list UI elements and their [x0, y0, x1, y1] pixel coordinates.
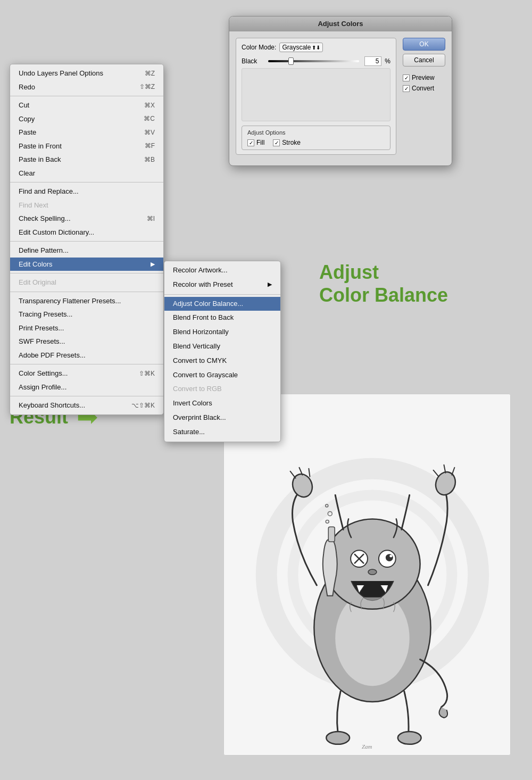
submenu-blend-vertically[interactable]: Blend Vertically: [164, 339, 280, 354]
fill-checkbox-row[interactable]: ✓ Fill: [247, 139, 264, 146]
submenu-overprint-black[interactable]: Overprint Black...: [164, 411, 280, 425]
adjust-options-section: Adjust Options ✓ Fill ✓ Stroke: [242, 126, 390, 150]
menu-item-redo[interactable]: Redo ⇧⌘Z: [10, 80, 163, 94]
menu-item-swf-presets[interactable]: SWF Presets...: [10, 335, 163, 348]
submenu-separator-1: [164, 294, 280, 295]
black-value[interactable]: 5: [364, 56, 381, 66]
menu-item-paste-front[interactable]: Paste in Front ⌘F: [10, 139, 163, 153]
pct-symbol: %: [385, 57, 390, 65]
recolor-preset-arrow-icon: ▶: [268, 280, 272, 289]
slider-thumb[interactable]: [288, 57, 294, 65]
separator-4: [10, 273, 163, 273]
menu-item-define-pattern[interactable]: Define Pattern...: [10, 244, 163, 258]
convert-label: Convert: [412, 85, 434, 92]
color-mode-section: Color Mode: Grayscale ⬆⬇ Black 5 %: [236, 38, 396, 155]
menu-item-paste-back[interactable]: Paste in Back ⌘B: [10, 153, 163, 167]
separator-5: [10, 292, 163, 292]
stroke-checkbox[interactable]: ✓: [273, 139, 280, 146]
menu-item-assign-profile[interactable]: Assign Profile...: [10, 380, 163, 394]
convert-checkbox[interactable]: ✓: [403, 85, 410, 92]
dialog-actions: OK Cancel ✓ Preview ✓ Convert: [403, 38, 445, 159]
fill-checkbox[interactable]: ✓: [247, 139, 254, 146]
menu-item-tracing-presets[interactable]: Tracing Presets...: [10, 308, 163, 321]
menu-item-transparency-presets[interactable]: Transparency Flattener Presets...: [10, 294, 163, 308]
edit-menu: Undo Layers Panel Options ⌘Z Redo ⇧⌘Z Cu…: [10, 64, 164, 415]
preview-checkbox-row[interactable]: ✓ Preview: [403, 74, 445, 81]
cancel-button[interactable]: Cancel: [403, 54, 445, 67]
menu-item-find-replace[interactable]: Find and Replace...: [10, 185, 163, 198]
menu-item-paste[interactable]: Paste ⌘V: [10, 126, 163, 139]
color-mode-select[interactable]: Grayscale ⬆⬇: [279, 43, 323, 52]
submenu-convert-cmyk[interactable]: Convert to CMYK: [164, 354, 280, 368]
menu-item-check-spelling[interactable]: Check Spelling... ⌘I: [10, 212, 163, 226]
adjust-color-balance-heading: Adjust Color Balance: [319, 261, 448, 306]
svg-point-20: [386, 554, 393, 561]
menu-item-undo[interactable]: Undo Layers Panel Options ⌘Z: [10, 67, 163, 80]
submenu-arrow-icon: ▶: [151, 260, 155, 269]
menu-item-find-next: Find Next: [10, 198, 163, 212]
submenu-adjust-color-balance[interactable]: Adjust Color Balance...: [164, 297, 280, 311]
preview-checkbox[interactable]: ✓: [403, 74, 410, 81]
dialog-title: Adjust Colors: [229, 16, 452, 31]
submenu-invert-colors[interactable]: Invert Colors: [164, 396, 280, 411]
submenu-blend-horizontally[interactable]: Blend Horizontally: [164, 325, 280, 339]
svg-point-22: [368, 569, 377, 575]
separator-7: [10, 396, 163, 396]
submenu-recolor-artwork[interactable]: Recolor Artwork...: [164, 263, 280, 278]
submenu-saturate[interactable]: Saturate...: [164, 425, 280, 439]
submenu-blend-front-back[interactable]: Blend Front to Back: [164, 311, 280, 325]
monster-svg: Zam: [224, 394, 510, 755]
svg-point-21: [389, 555, 392, 558]
color-mode-value: Grayscale: [282, 44, 311, 51]
preview-label: Preview: [412, 74, 435, 81]
color-preview-area: [242, 68, 390, 121]
monster-illustration-box: Zam: [223, 394, 511, 756]
menu-item-cut[interactable]: Cut ⌘X: [10, 98, 163, 112]
svg-point-12: [326, 732, 350, 744]
svg-point-13: [398, 732, 421, 744]
menu-item-keyboard-shortcuts[interactable]: Keyboard Shortcuts... ⌥⇧⌘K: [10, 399, 163, 412]
submenu-convert-rgb: Convert to RGB: [164, 382, 280, 396]
separator-3: [10, 241, 163, 242]
select-arrow-icon: ⬆⬇: [312, 45, 320, 51]
menu-item-copy[interactable]: Copy ⌘C: [10, 112, 163, 126]
fill-label: Fill: [256, 139, 264, 146]
stroke-checkbox-row[interactable]: ✓ Stroke: [273, 139, 301, 146]
submenu-recolor-preset[interactable]: Recolor with Preset ▶: [164, 278, 280, 292]
edit-colors-submenu: Recolor Artwork... Recolor with Preset ▶…: [164, 261, 281, 442]
menu-item-color-settings[interactable]: Color Settings... ⇧⌘K: [10, 367, 163, 380]
separator-6: [10, 364, 163, 364]
black-slider[interactable]: [268, 60, 359, 62]
black-label: Black: [242, 57, 263, 65]
menu-item-edit-dictionary[interactable]: Edit Custom Dictionary...: [10, 226, 163, 239]
separator-1: [10, 96, 163, 96]
menu-item-clear[interactable]: Clear: [10, 167, 163, 180]
menu-item-edit-original: Edit Original: [10, 276, 163, 289]
color-mode-label: Color Mode:: [242, 44, 276, 51]
stroke-label: Stroke: [282, 139, 301, 146]
ok-button[interactable]: OK: [403, 38, 445, 51]
convert-checkbox-row[interactable]: ✓ Convert: [403, 85, 445, 92]
menu-item-pdf-presets[interactable]: Adobe PDF Presets...: [10, 348, 163, 362]
menu-item-edit-colors[interactable]: Edit Colors ▶: [10, 258, 163, 271]
submenu-convert-grayscale[interactable]: Convert to Grayscale: [164, 368, 280, 383]
svg-text:Zam: Zam: [362, 743, 372, 750]
adjust-colors-dialog: Adjust Colors Color Mode: Grayscale ⬆⬇ B…: [229, 16, 452, 166]
separator-2: [10, 182, 163, 182]
menu-item-print-presets[interactable]: Print Presets...: [10, 321, 163, 335]
svg-rect-23: [328, 527, 335, 542]
adjust-options-title: Adjust Options: [247, 129, 385, 136]
